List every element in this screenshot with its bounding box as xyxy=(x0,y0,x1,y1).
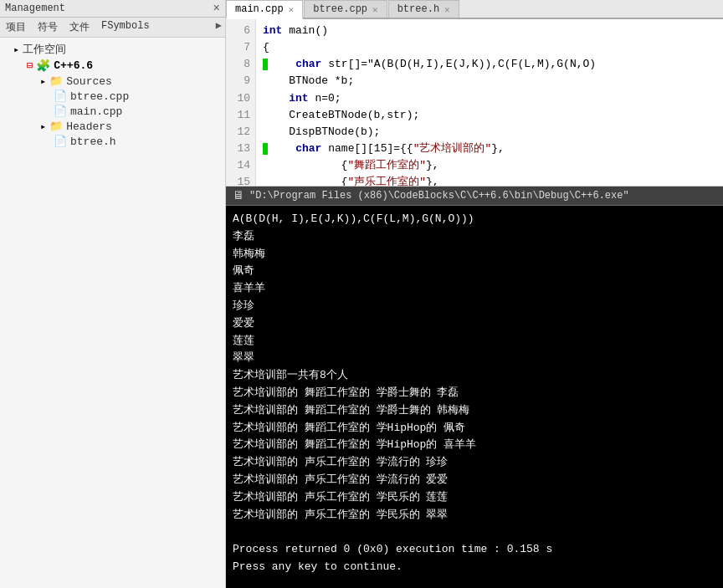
menu-project[interactable]: 项目 xyxy=(3,19,28,35)
linenum-12: 12 xyxy=(231,124,250,141)
management-title: Management xyxy=(5,3,65,14)
terminal-output: A(B(D(H, I),E(J,K)),C(F(L,M),G(N,O))) 李磊… xyxy=(226,206,723,588)
tree-headers-folder[interactable]: ▸ 📁 Headers xyxy=(0,119,225,134)
term-line-19: Process returned 0 (0x0) execution time … xyxy=(233,541,716,559)
btreeh-file-icon: 📄 xyxy=(54,135,67,148)
term-line-8: 翠翠 xyxy=(233,350,716,367)
term-line-0: A(B(D(H, I),E(J,K)),C(F(L,M),G(N,O))) xyxy=(233,211,716,228)
tab-maincpp[interactable]: main.cpp ✕ xyxy=(226,0,303,19)
tab-btreecpp-label: btree.cpp xyxy=(313,3,367,15)
linenum-15: 15 xyxy=(231,174,250,187)
project-expand-icon: ⊟ xyxy=(27,59,33,72)
tree-workspace[interactable]: ▸ 工作空间 xyxy=(0,41,225,58)
terminal-area: 🖥 "D:\Program Files (x86)\CodeBlocks\C\C… xyxy=(226,187,723,588)
sources-label: Sources xyxy=(66,75,112,88)
term-line-11: 艺术培训部的 舞蹈工作室的 学爵士舞的 韩梅梅 xyxy=(233,402,716,420)
management-close-button[interactable]: × xyxy=(213,2,220,15)
tab-btreecpp[interactable]: btree.cpp ✕ xyxy=(304,0,387,18)
term-line-7: 莲莲 xyxy=(233,333,716,350)
maincpp-label: main.cpp xyxy=(70,105,122,118)
term-line-9: 艺术培训部一共有8个人 xyxy=(233,367,716,385)
menu-file[interactable]: 文件 xyxy=(67,19,92,35)
terminal-title-text: "D:\Program Files (x86)\CodeBlocks\C\C++… xyxy=(249,190,629,202)
tree-sources-folder[interactable]: ▸ 📁 Sources xyxy=(0,74,225,89)
tree-project[interactable]: ⊟ 🧩 C++6.6 xyxy=(0,58,225,74)
menu-symbol[interactable]: 符号 xyxy=(35,19,60,35)
headers-label: Headers xyxy=(66,120,112,133)
tab-bar: main.cpp ✕ btree.cpp ✕ btree.h ✕ xyxy=(226,0,723,19)
tree-maincpp[interactable]: 📄 main.cpp xyxy=(0,104,225,119)
term-line-13: 艺术培训部的 舞蹈工作室的 学HipHop的 喜羊羊 xyxy=(233,437,716,454)
line-numbers: 6 7 8 9 10 11 12 13 14 15 xyxy=(226,19,256,186)
term-line-14: 艺术培训部的 声乐工作室的 学流行的 珍珍 xyxy=(233,454,716,472)
project-label: C++6.6 xyxy=(54,59,93,72)
right-panel: main.cpp ✕ btree.cpp ✕ btree.h ✕ 6 7 8 9… xyxy=(226,0,723,588)
tree-btreeh[interactable]: 📄 btree.h xyxy=(0,134,225,149)
headers-expand-icon: ▸ xyxy=(40,120,46,133)
tab-maincpp-close[interactable]: ✕ xyxy=(289,4,295,15)
headers-folder-icon: 📁 xyxy=(49,120,63,133)
term-line-17: 艺术培训部的 声乐工作室的 学民乐的 翠翠 xyxy=(233,507,716,524)
linenum-14: 14 xyxy=(231,157,250,174)
tree-btreecpp[interactable]: 📄 btree.cpp xyxy=(0,89,225,104)
code-area[interactable]: 6 7 8 9 10 11 12 13 14 15 int main() { c… xyxy=(226,19,723,187)
code-content[interactable]: int main() { char str[]="A(B(D(H,I),E(J,… xyxy=(256,19,723,186)
left-panel: Management × 项目 符号 文件 FSymbols ▶ ▸ 工作空间 … xyxy=(0,0,226,588)
linenum-9: 9 xyxy=(231,73,250,89)
tree-panel: ▸ 工作空间 ⊟ 🧩 C++6.6 ▸ 📁 Sources 📄 btree.cp… xyxy=(0,38,225,588)
term-line-20: Press any key to continue. xyxy=(233,559,716,576)
term-line-6: 爱爱 xyxy=(233,315,716,333)
menu-bar: 项目 符号 文件 FSymbols ▶ xyxy=(0,18,225,38)
btreecpp-label: btree.cpp xyxy=(70,90,129,103)
project-icon: 🧩 xyxy=(36,59,50,73)
term-line-16: 艺术培训部的 声乐工作室的 学民乐的 莲莲 xyxy=(233,489,716,507)
btreecpp-file-icon: 📄 xyxy=(54,89,67,103)
term-line-10: 艺术培训部的 舞蹈工作室的 学爵士舞的 李磊 xyxy=(233,385,716,402)
btreeh-label: btree.h xyxy=(70,135,116,148)
tab-btreecpp-close[interactable]: ✕ xyxy=(372,4,378,15)
terminal-title-bar: 🖥 "D:\Program Files (x86)\CodeBlocks\C\C… xyxy=(226,187,723,206)
management-bar: Management × xyxy=(0,0,225,18)
term-line-12: 艺术培训部的 舞蹈工作室的 学HipHop的 佩奇 xyxy=(233,420,716,437)
sources-folder-icon: 📁 xyxy=(49,74,63,88)
menu-arrow-icon[interactable]: ▶ xyxy=(216,19,222,35)
term-line-2: 韩梅梅 xyxy=(233,246,716,263)
term-line-15: 艺术培训部的 声乐工作室的 学流行的 爱爱 xyxy=(233,472,716,489)
linenum-8: 8 xyxy=(231,56,250,73)
maincpp-file-icon: 📄 xyxy=(54,105,67,118)
term-line-18 xyxy=(233,524,716,541)
tab-maincpp-label: main.cpp xyxy=(235,3,284,15)
term-line-1: 李磊 xyxy=(233,228,716,246)
term-line-3: 佩奇 xyxy=(233,263,716,280)
tab-btreeh[interactable]: btree.h ✕ xyxy=(388,0,459,18)
tab-btreeh-close[interactable]: ✕ xyxy=(444,4,450,15)
linenum-10: 10 xyxy=(231,90,250,107)
workspace-label: 工作空间 xyxy=(23,42,66,57)
linenum-13: 13 xyxy=(231,141,250,157)
tab-btreeh-label: btree.h xyxy=(397,3,439,15)
linenum-11: 11 xyxy=(231,107,250,124)
term-line-5: 珍珍 xyxy=(233,298,716,315)
linenum-6: 6 xyxy=(231,23,250,39)
workspace-expand-icon: ▸ xyxy=(13,43,19,56)
term-line-4: 喜羊羊 xyxy=(233,280,716,298)
menu-fsymbols[interactable]: FSymbols xyxy=(99,19,152,35)
sources-expand-icon: ▸ xyxy=(40,75,46,88)
linenum-7: 7 xyxy=(231,39,250,56)
terminal-icon: 🖥 xyxy=(233,189,244,202)
